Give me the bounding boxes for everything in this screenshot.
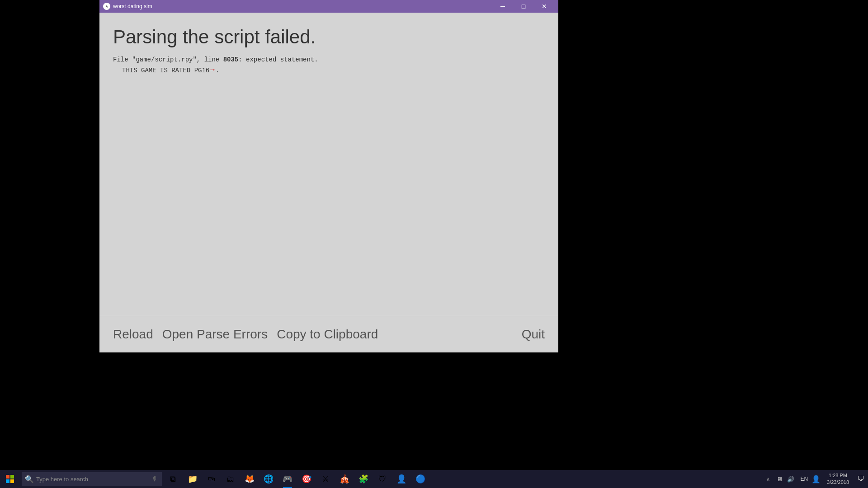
game-app-2[interactable]: ⚔ bbox=[316, 470, 335, 488]
chevron-up-icon: ∧ bbox=[766, 476, 770, 482]
error-details: File "game/script.rpy", line 8035: expec… bbox=[99, 55, 558, 76]
chrome2-app[interactable]: 🔵 bbox=[411, 470, 429, 488]
title-bar: ★ worst dating sim ─ □ ✕ bbox=[99, 0, 558, 13]
start-button[interactable] bbox=[0, 470, 20, 488]
language-indicator[interactable]: EN bbox=[798, 476, 810, 482]
game-app-3[interactable]: 🎪 bbox=[335, 470, 354, 488]
system-tray: ∧ 🖥 🔊 EN 👤 1:28 PM 3/23/2018 🗨 bbox=[764, 470, 868, 488]
game-app-4[interactable]: 🧩 bbox=[354, 470, 373, 488]
error-line2: THIS GAME IS RATED PG16→. bbox=[113, 65, 545, 76]
quit-button[interactable]: Quit bbox=[522, 323, 545, 346]
task-view-icon: ⧉ bbox=[170, 474, 176, 484]
error-comma: , line bbox=[197, 56, 223, 63]
cyberfox-app[interactable]: 🦊 bbox=[241, 470, 259, 488]
error-line1: File "game/script.rpy", line 8035: expec… bbox=[113, 55, 545, 65]
microphone-icon: 🎙 bbox=[152, 475, 158, 483]
steam-app[interactable]: 🎮 bbox=[278, 470, 297, 488]
error-linenum: 8035 bbox=[223, 56, 239, 63]
show-hidden-icons-button[interactable]: ∧ bbox=[764, 474, 773, 484]
clock[interactable]: 1:28 PM 3/23/2018 bbox=[822, 470, 854, 488]
network-icon[interactable]: 🖥 bbox=[775, 475, 784, 483]
task-view-button[interactable]: ⧉ bbox=[164, 470, 182, 488]
black-left-panel bbox=[0, 0, 99, 371]
error-period: . bbox=[216, 66, 219, 75]
window-title: worst dating sim bbox=[113, 3, 152, 9]
date-display: 3/23/2018 bbox=[827, 479, 849, 486]
volume-icon[interactable]: 🔊 bbox=[786, 475, 796, 483]
tray-icons: 🖥 🔊 bbox=[773, 475, 798, 483]
time-display: 1:28 PM bbox=[829, 472, 847, 479]
explorer-app[interactable]: 🗂 bbox=[222, 470, 240, 488]
chrome-app[interactable]: 🌐 bbox=[259, 470, 278, 488]
game-app-1[interactable]: 🎯 bbox=[297, 470, 316, 488]
svg-rect-1 bbox=[10, 475, 14, 479]
window-content: Parsing the script failed. File "game/sc… bbox=[99, 13, 558, 352]
file-explorer-app[interactable]: 📁 bbox=[184, 470, 202, 488]
open-parse-errors-button[interactable]: Open Parse Errors bbox=[162, 323, 277, 346]
svg-rect-2 bbox=[6, 479, 9, 483]
windows-store-app[interactable]: 🛍 bbox=[203, 470, 221, 488]
error-heading: Parsing the script failed. bbox=[99, 13, 558, 55]
taskbar: 🔍 Type here to search 🎙 ⧉ 📁 🛍 🗂 🦊 🌐 🎮 bbox=[0, 470, 868, 488]
error-arrow: → bbox=[210, 65, 215, 76]
notification-center-button[interactable]: 🗨 bbox=[854, 470, 868, 488]
close-button[interactable]: ✕ bbox=[534, 0, 555, 13]
error-suffix: : expected statement. bbox=[238, 56, 318, 63]
search-placeholder: Type here to search bbox=[36, 476, 149, 483]
title-bar-left: ★ worst dating sim bbox=[103, 3, 152, 10]
bottom-buttons: Reload Open Parse Errors Copy to Clipboa… bbox=[99, 316, 558, 352]
error-line2-text: THIS GAME IS RATED PG16 bbox=[122, 66, 209, 75]
minimize-button[interactable]: ─ bbox=[492, 0, 513, 13]
copy-to-clipboard-button[interactable]: Copy to Clipboard bbox=[277, 323, 387, 346]
windows-icon bbox=[6, 475, 14, 483]
security-app[interactable]: 🛡 bbox=[373, 470, 392, 488]
app-icon: ★ bbox=[103, 3, 110, 10]
reload-button[interactable]: Reload bbox=[113, 323, 162, 346]
window-controls: ─ □ ✕ bbox=[492, 0, 555, 13]
taskbar-apps: 📁 🛍 🗂 🦊 🌐 🎮 🎯 ⚔ 🎪 bbox=[184, 470, 429, 488]
error-prefix: File bbox=[113, 56, 132, 63]
maximize-button[interactable]: □ bbox=[513, 0, 534, 13]
notification-icon: 🗨 bbox=[857, 475, 864, 483]
search-box[interactable]: 🔍 Type here to search 🎙 bbox=[22, 472, 162, 486]
people-icon[interactable]: 👤 bbox=[810, 475, 822, 483]
search-icon: 🔍 bbox=[25, 475, 33, 483]
svg-rect-0 bbox=[6, 475, 9, 479]
error-filename: "game/script.rpy" bbox=[132, 56, 197, 63]
black-right-panel bbox=[558, 0, 868, 371]
user-profile-app[interactable]: 👤 bbox=[392, 470, 410, 488]
svg-rect-3 bbox=[10, 479, 14, 483]
